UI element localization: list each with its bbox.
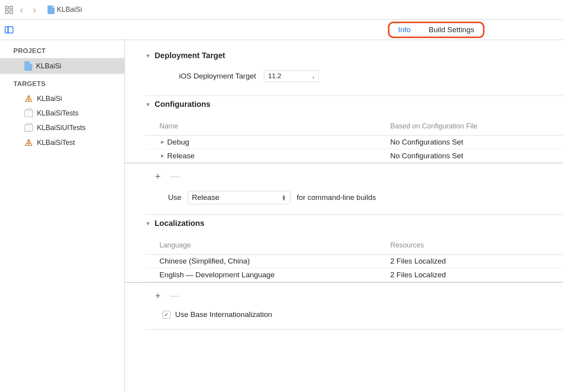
related-items-icon[interactable]: [5, 5, 13, 14]
configurations-table-header: Name Based on Configuration File: [145, 117, 563, 136]
section-header-configurations[interactable]: ▼ Configurations: [145, 96, 563, 113]
app-target-icon: [24, 94, 33, 103]
localizations-section: ▼ Localizations: [125, 215, 563, 232]
configuration-name: Debug: [167, 138, 189, 147]
svg-rect-0: [5, 6, 8, 9]
command-line-build-row: Use Release ▲▼ for command-line builds: [125, 187, 563, 214]
svg-rect-1: [10, 6, 13, 9]
tabs-highlight-box: Info Build Settings: [388, 22, 484, 38]
nav-forward-icon[interactable]: ›: [29, 4, 39, 16]
nav-back-icon[interactable]: ‹: [16, 4, 26, 16]
localization-resources: 2 Files Localized: [390, 271, 446, 279]
add-localization-button[interactable]: ＋: [153, 289, 163, 302]
column-header-name: Name: [159, 122, 390, 130]
chevron-down-icon: ⌄: [311, 73, 316, 79]
sidebar-project-header: PROJECT: [0, 45, 124, 58]
deployment-target-combobox[interactable]: 11.2 ⌄: [264, 70, 319, 82]
test-bundle-icon: [24, 125, 33, 132]
localization-resources: 2 Files Localized: [390, 257, 446, 266]
column-header-language: Language: [159, 241, 390, 249]
panel-toggle-icon[interactable]: [5, 26, 13, 33]
section-header-deployment[interactable]: ▼ Deployment Target: [145, 47, 563, 64]
content-pane: ▼ Deployment Target iOS Deployment Targe…: [125, 40, 563, 392]
project-targets-sidebar: PROJECT KLBaiSi TARGETS KLBaiSi KLBaiSiT…: [0, 40, 125, 392]
breadcrumb[interactable]: KLBaiSi: [48, 5, 82, 14]
deployment-target-section: ▼ Deployment Target iOS Deployment Targe…: [125, 47, 563, 92]
test-bundle-icon: [24, 110, 33, 117]
localizations-table-header: Language Resources: [145, 236, 563, 255]
section-title: Configurations: [155, 100, 210, 109]
disclosure-triangle-icon[interactable]: ▼: [159, 153, 165, 159]
deployment-target-row: iOS Deployment Target 11.2 ⌄: [145, 64, 563, 92]
project-file-icon: [48, 5, 55, 14]
localization-language: Chinese (Simplified, China): [159, 257, 390, 266]
base-internationalization-row: ✓ Use Base Internationalization: [125, 306, 563, 329]
disclosure-triangle-icon: ▼: [145, 220, 151, 227]
svg-rect-2: [5, 11, 8, 13]
use-label: Use: [168, 193, 181, 202]
disclosure-triangle-icon: ▼: [145, 53, 151, 59]
configuration-based: No Configurations Set: [390, 138, 463, 147]
separator: [145, 329, 563, 330]
use-suffix-label: for command-line builds: [297, 193, 376, 202]
editor-tabs-row: Info Build Settings: [0, 20, 563, 40]
breadcrumb-text: KLBaiSi: [57, 5, 82, 14]
sidebar-target-item[interactable]: KLBaiSiUITests: [0, 121, 124, 135]
column-header-based: Based on Configuration File: [390, 122, 477, 130]
svg-rect-3: [10, 11, 13, 13]
deployment-target-label: iOS Deployment Target: [179, 72, 256, 81]
localizations-table: Language Resources Chinese (Simplified, …: [125, 236, 563, 283]
configuration-row[interactable]: ▼ Release No Configurations Set: [145, 149, 563, 163]
updown-stepper-icon: ▲▼: [282, 194, 286, 201]
app-target-icon: [24, 138, 33, 147]
disclosure-triangle-icon[interactable]: ▼: [159, 139, 165, 145]
use-base-internationalization-label: Use Base Internationalization: [175, 310, 272, 319]
section-header-localizations[interactable]: ▼ Localizations: [145, 215, 563, 232]
sidebar-project-item[interactable]: KLBaiSi: [0, 58, 124, 74]
project-icon: [24, 61, 32, 71]
configuration-name: Release: [167, 152, 195, 160]
column-header-resources: Resources: [390, 241, 424, 249]
add-configuration-button[interactable]: ＋: [153, 170, 163, 182]
remove-localization-button: —: [170, 290, 180, 301]
sidebar-item-label: KLBaiSi: [37, 95, 62, 103]
command-line-build-select[interactable]: Release ▲▼: [188, 191, 291, 204]
sidebar-target-item[interactable]: KLBaiSi: [0, 91, 124, 106]
configuration-based: No Configurations Set: [390, 152, 463, 160]
top-toolbar: ‹ › KLBaiSi: [0, 0, 563, 20]
sidebar-item-label: KLBaiSiUITests: [37, 124, 86, 132]
section-title: Localizations: [155, 219, 205, 228]
sidebar-target-item[interactable]: KLBaiSiTest: [0, 135, 124, 150]
main-area: PROJECT KLBaiSi TARGETS KLBaiSi KLBaiSiT…: [0, 40, 563, 392]
sidebar-item-label: KLBaiSiTest: [37, 139, 75, 147]
configurations-table: Name Based on Configuration File ▼ Debug…: [125, 117, 563, 163]
disclosure-triangle-icon: ▼: [145, 101, 151, 108]
use-base-internationalization-checkbox[interactable]: ✓: [163, 311, 170, 319]
sidebar-target-item[interactable]: KLBaiSiTests: [0, 106, 124, 121]
localization-language: English — Development Language: [159, 271, 390, 279]
section-title: Deployment Target: [155, 51, 225, 60]
configuration-row[interactable]: ▼ Debug No Configurations Set: [145, 136, 563, 149]
localization-row[interactable]: English — Development Language 2 Files L…: [145, 268, 563, 282]
remove-configuration-button: —: [170, 170, 180, 181]
localization-row[interactable]: Chinese (Simplified, China) 2 Files Loca…: [145, 255, 563, 268]
tab-info[interactable]: Info: [398, 26, 411, 34]
configurations-section: ▼ Configurations: [125, 96, 563, 113]
tab-build-settings[interactable]: Build Settings: [429, 26, 474, 34]
sidebar-item-label: KLBaiSi: [36, 62, 61, 70]
select-value: Release: [192, 193, 219, 202]
combobox-value: 11.2: [268, 72, 308, 80]
configurations-add-remove-row: ＋ —: [125, 163, 563, 187]
sidebar-item-label: KLBaiSiTests: [37, 109, 79, 117]
sidebar-targets-header: TARGETS: [0, 78, 124, 91]
localizations-add-remove-row: ＋ —: [125, 283, 563, 306]
